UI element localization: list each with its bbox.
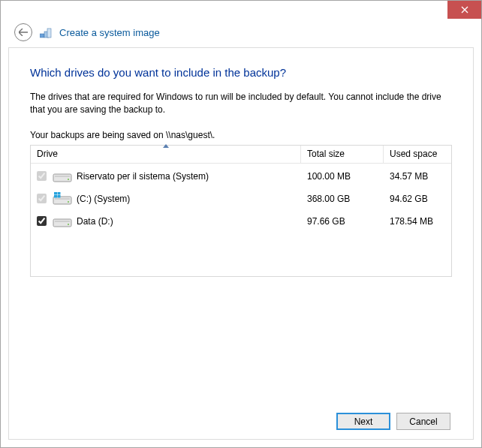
svg-rect-0 <box>40 34 44 38</box>
svg-point-8 <box>68 201 69 203</box>
drive-used-space: 94.62 GB <box>390 194 445 204</box>
drive-used-space: 34.57 MB <box>390 171 445 182</box>
backup-destination-text: Your backups are being saved on \\nas\gu… <box>30 130 452 140</box>
header: Create a system image <box>1 19 481 47</box>
wizard-footer: Next Cancel <box>30 405 452 431</box>
svg-rect-3 <box>53 174 71 182</box>
column-header-drive[interactable]: Drive <box>31 146 301 163</box>
hard-drive-icon <box>53 170 72 183</box>
cancel-button[interactable]: Cancel <box>396 413 450 430</box>
table-row[interactable]: (C:) (System) 368.00 GB 94.62 GB <box>31 188 451 210</box>
svg-rect-7 <box>55 198 70 200</box>
svg-rect-9 <box>54 192 57 195</box>
drive-label: (C:) (System) <box>77 194 130 204</box>
drive-checkbox <box>37 194 47 203</box>
hard-drive-icon <box>53 192 72 206</box>
column-header-used-space[interactable]: Used space <box>384 146 451 163</box>
svg-rect-10 <box>58 192 61 195</box>
system-image-icon <box>40 26 52 38</box>
arrow-left-icon <box>19 29 28 36</box>
close-icon <box>461 6 468 14</box>
drive-total-size: 100.00 MB <box>307 171 390 182</box>
svg-rect-2 <box>47 29 51 38</box>
svg-point-5 <box>68 179 69 180</box>
table-header: Drive Total size Used space <box>31 146 451 164</box>
column-header-total-size[interactable]: Total size <box>301 146 384 163</box>
svg-rect-13 <box>53 219 71 227</box>
column-header-drive-label: Drive <box>37 149 58 159</box>
page-description: The drives that are required for Windows… <box>30 91 452 116</box>
close-button[interactable] <box>447 1 481 19</box>
svg-rect-14 <box>55 221 70 222</box>
svg-rect-12 <box>58 195 61 198</box>
svg-rect-4 <box>55 176 70 177</box>
drive-table: Drive Total size Used space Riservato pe… <box>30 145 452 277</box>
back-button[interactable] <box>14 23 32 41</box>
table-row[interactable]: Riservato per il sistema (System) 100.00… <box>31 165 451 188</box>
next-button[interactable]: Next <box>336 413 390 430</box>
drive-checkbox[interactable] <box>37 216 47 226</box>
drive-total-size: 368.00 GB <box>307 194 390 204</box>
table-body: Riservato per il sistema (System) 100.00… <box>31 164 451 276</box>
svg-point-15 <box>68 224 69 225</box>
drive-label: Data (D:) <box>77 216 113 227</box>
header-title: Create a system image <box>59 27 160 38</box>
page-heading: Which drives do you want to include in t… <box>30 66 452 79</box>
drive-label: Riservato per il sistema (System) <box>77 171 209 182</box>
table-row[interactable]: Data (D:) 97.66 GB 178.54 MB <box>31 210 451 233</box>
drive-checkbox <box>37 171 47 181</box>
hard-drive-icon <box>53 215 72 228</box>
drive-total-size: 97.66 GB <box>307 216 390 227</box>
drive-used-space: 178.54 MB <box>390 216 445 227</box>
sort-ascending-icon <box>163 144 169 148</box>
svg-rect-11 <box>54 195 57 198</box>
titlebar <box>1 1 481 19</box>
main-panel: Which drives do you want to include in t… <box>8 47 474 440</box>
